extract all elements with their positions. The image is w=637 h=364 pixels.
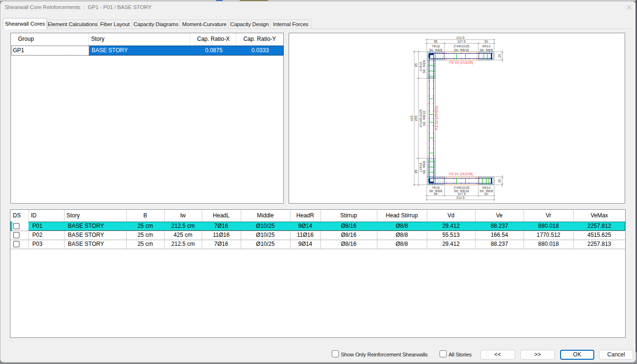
svg-text:PZ 03 (213/25): PZ 03 (213/25) bbox=[450, 60, 474, 65]
svg-text:85: 85 bbox=[414, 63, 418, 67]
svg-text:9Φ14: 9Φ14 bbox=[482, 45, 490, 48]
svg-text:Str. Φ8/8: Str. Φ8/8 bbox=[422, 161, 426, 174]
svg-text:11Φ16: 11Φ16 bbox=[419, 62, 422, 72]
svg-text:9Φ14: 9Φ14 bbox=[482, 186, 490, 189]
svg-text:Str. Φ8/8: Str. Φ8/8 bbox=[480, 48, 493, 52]
svg-text:Str. Φ8/8: Str. Φ8/8 bbox=[429, 189, 442, 193]
svg-text:212.5: 212.5 bbox=[456, 36, 465, 39]
svg-text:255: 255 bbox=[414, 115, 418, 121]
svg-text:PZ 01 (212/25): PZ 01 (212/25) bbox=[449, 172, 473, 176]
svg-text:50: 50 bbox=[485, 40, 488, 43]
svg-text:2*4Φ10/25: 2*4Φ10/25 bbox=[453, 186, 469, 189]
svg-text:11Φ16: 11Φ16 bbox=[419, 162, 422, 172]
svg-text:25: 25 bbox=[498, 54, 501, 58]
svg-text:Str. Φ8/8: Str. Φ8/8 bbox=[429, 48, 442, 52]
svg-text:Str. Φ8/16: Str. Φ8/16 bbox=[454, 189, 469, 193]
svg-text:107.5: 107.5 bbox=[457, 40, 466, 43]
svg-text:Str. Φ8/16: Str. Φ8/16 bbox=[422, 111, 426, 126]
svg-text:PZ 02 (25/425): PZ 02 (25/425) bbox=[434, 106, 439, 130]
svg-text:212.5: 212.5 bbox=[456, 196, 465, 199]
svg-text:Str. Φ8/16: Str. Φ8/16 bbox=[454, 48, 469, 52]
svg-text:7Φ16: 7Φ16 bbox=[431, 186, 440, 189]
svg-text:2*10Φ10/25: 2*10Φ10/25 bbox=[419, 109, 422, 127]
svg-text:Str. Φ8/8: Str. Φ8/8 bbox=[480, 189, 493, 193]
svg-text:55: 55 bbox=[434, 40, 438, 43]
svg-text:25: 25 bbox=[498, 179, 501, 183]
svg-text:7Φ16: 7Φ16 bbox=[431, 45, 440, 48]
svg-text:Str. Φ8/8: Str. Φ8/8 bbox=[422, 60, 426, 74]
svg-text:85: 85 bbox=[414, 169, 418, 173]
svg-text:425: 425 bbox=[410, 115, 413, 121]
svg-text:2*4Φ10/25: 2*4Φ10/25 bbox=[453, 45, 469, 48]
